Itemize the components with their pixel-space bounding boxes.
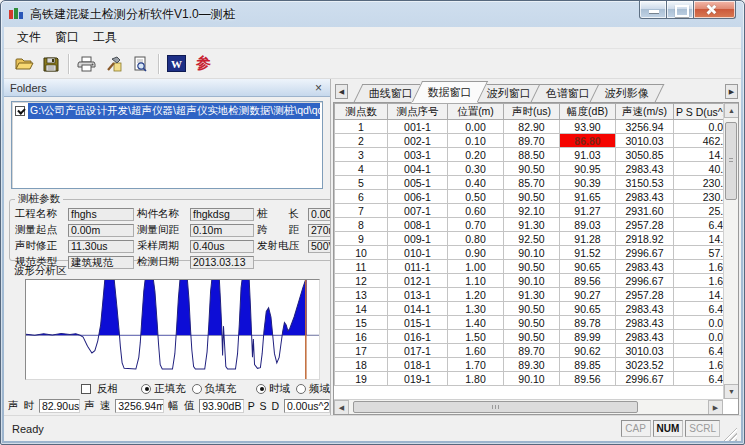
horizontal-scrollbar-track[interactable] <box>642 400 708 414</box>
radio-time-domain[interactable]: 时域 <box>256 382 290 396</box>
table-cell: 0.40 <box>448 176 504 190</box>
tab-wavetrain-image[interactable]: 波列影像 <box>590 84 665 102</box>
table-row[interactable]: 8008-10.7091.3089.032957.286.40 <box>335 218 733 232</box>
horizontal-scrollbar-thumb[interactable] <box>353 401 638 413</box>
table-cell: 1.10 <box>448 274 504 288</box>
table-cell: 016-1 <box>388 330 448 344</box>
table-cell: 90.50 <box>504 330 560 344</box>
table-cell: 014-1 <box>388 302 448 316</box>
radio-icon[interactable] <box>296 384 306 394</box>
table-cell: 19 <box>335 372 388 386</box>
scroll-left-icon[interactable]: ◀ <box>334 400 349 415</box>
table-row[interactable]: 2002-10.1089.7086.803010.03462.4 <box>335 134 733 148</box>
parameter-button[interactable]: 参 <box>190 51 217 76</box>
print-preview-button[interactable] <box>127 51 154 76</box>
export-word-button[interactable]: W <box>163 51 190 76</box>
vertical-scrollbar[interactable]: ▲ ▼ <box>723 103 738 399</box>
menu-item-file[interactable]: 文件 <box>10 27 48 48</box>
radio-negative-fill[interactable]: 负填充 <box>192 382 237 396</box>
save-button[interactable] <box>37 51 64 76</box>
status-text: Ready <box>12 423 44 435</box>
invert-phase-checkbox[interactable]: 反相 <box>80 382 118 396</box>
table-cell: 2983.43 <box>616 330 674 344</box>
table-row[interactable]: 4004-10.3090.5090.952983.4340.0 <box>335 162 733 176</box>
table-row[interactable]: 12012-11.1090.1089.562996.671.60 <box>335 274 733 288</box>
table-row[interactable]: 15015-11.4090.5089.782983.430.00 <box>335 316 733 330</box>
param-label-project-name: 工程名称 <box>15 207 65 221</box>
menu-item-tools[interactable]: 工具 <box>86 27 124 48</box>
word-icon: W <box>167 55 186 72</box>
table-row[interactable]: 5005-10.4085.7090.393150.53230.4 <box>335 176 733 190</box>
radio-icon[interactable] <box>141 384 151 394</box>
file-list[interactable]: G:\公司产品设计开发\超声仪器\超声仪实地检测数据\测桩\qd\qd03\qd… <box>11 101 323 189</box>
vertical-scrollbar-track[interactable] <box>724 204 738 384</box>
maximize-button[interactable] <box>667 1 694 19</box>
table-row[interactable]: 17017-11.6089.7090.623010.036.40 <box>335 344 733 358</box>
radio-negative-fill-label: 负填充 <box>205 382 237 396</box>
folders-panel-header: Folders × <box>4 79 330 97</box>
table-cell: 90.95 <box>560 162 616 176</box>
table-row[interactable]: 11011-11.0090.5090.652983.431.60 <box>335 260 733 274</box>
menu-item-window[interactable]: 窗口 <box>48 27 86 48</box>
minimize-button[interactable] <box>639 1 667 19</box>
report-tool-button[interactable] <box>100 51 127 76</box>
table-cell: 0.80 <box>448 232 504 246</box>
table-row[interactable]: 6006-10.5090.5091.652983.43230.4 <box>335 190 733 204</box>
table-cell: 91.30 <box>504 288 560 302</box>
sound-velocity-field[interactable]: 3256.94m/s <box>115 399 164 413</box>
table-cell: 2983.43 <box>616 190 674 204</box>
desktop-background: 高铁建混凝土检测分析软件V1.0—测桩 文件窗口工具 <box>0 0 745 445</box>
vertical-scrollbar-thumb[interactable] <box>725 122 737 200</box>
radio-positive-fill[interactable]: 正填充 <box>141 382 186 396</box>
open-file-button[interactable] <box>10 51 37 76</box>
titlebar[interactable]: 高铁建混凝土检测分析软件V1.0—测桩 <box>1 1 744 27</box>
tab-scroll-left-button[interactable]: ◀ <box>335 84 348 99</box>
pile-params-grid: 工程名称fhghs构件名称fhgkdsg桩 长0.00m测量起点0.00m测量间… <box>15 207 331 269</box>
close-button[interactable] <box>694 1 736 19</box>
tab-wavetrain-image-label: 波列影像 <box>605 86 649 101</box>
amplitude-field[interactable]: 93.90dB <box>199 399 243 413</box>
close-panel-icon[interactable]: × <box>313 83 324 93</box>
table-row[interactable]: 3003-10.2088.5091.033050.8514.4 <box>335 148 733 162</box>
tab-data-window[interactable]: 数据窗口 <box>412 81 488 102</box>
table-row[interactable]: 10010-10.9090.1091.522996.6757.6 <box>335 246 733 260</box>
radio-icon[interactable] <box>192 384 202 394</box>
table-cell: 90.50 <box>504 162 560 176</box>
radio-icon[interactable] <box>256 384 266 394</box>
print-button[interactable] <box>73 51 100 76</box>
table-row[interactable]: 1001-10.0082.9093.903256.940.00 <box>335 120 733 134</box>
checkbox-icon[interactable] <box>81 384 91 394</box>
table-row[interactable]: 13013-11.2091.3090.272957.2814.4 <box>335 288 733 302</box>
table-row[interactable]: 14014-11.3090.5090.652983.436.40 <box>335 302 733 316</box>
waveform-display[interactable] <box>25 279 320 380</box>
table-cell: 89.70 <box>504 134 560 148</box>
radio-freq-domain[interactable]: 频域 <box>296 382 330 396</box>
tabstrip: ◀ 曲线窗口数据窗口波列窗口色谱窗口波列影像 ▶ <box>333 81 739 103</box>
sound-time-field[interactable]: 82.90us <box>39 399 80 413</box>
tab-curve-window-label: 曲线窗口 <box>369 86 413 101</box>
scroll-right-icon[interactable]: ▶ <box>708 400 723 415</box>
tab-wavetrain-window-label: 波列窗口 <box>487 86 531 101</box>
param-value-project-name: fhghs <box>68 208 134 221</box>
table-cell: 89.78 <box>560 316 616 330</box>
scroll-down-icon[interactable]: ▼ <box>724 384 739 399</box>
table-cell: 11 <box>335 260 388 274</box>
horizontal-scrollbar[interactable]: ◀ ▶ <box>334 399 723 414</box>
table-cell: 3256.94 <box>616 120 674 134</box>
scroll-up-icon[interactable]: ▲ <box>724 103 739 118</box>
table-row[interactable]: 9009-10.8092.5091.282918.9214.4 <box>335 232 733 246</box>
psd-field[interactable]: 0.00us^2/m <box>284 399 330 413</box>
table-cell: 90.65 <box>560 302 616 316</box>
file-list-item[interactable]: G:\公司产品设计开发\超声仪器\超声仪实地检测数据\测桩\qd\qd03\qd… <box>14 104 320 118</box>
data-table: 测点数测点序号位置(m)声时(us)幅度(dB)声速(m/s)P S D(us^… <box>334 103 733 386</box>
tab-scroll-right-button[interactable]: ▶ <box>725 84 738 99</box>
resize-grip[interactable] <box>723 427 737 441</box>
table-row[interactable]: 16016-11.5090.5089.992983.430.00 <box>335 330 733 344</box>
table-row[interactable]: 18018-11.7089.3089.853023.521.60 <box>335 358 733 372</box>
table-row[interactable]: 7007-10.6092.1091.272931.6025.6 <box>335 204 733 218</box>
table-cell: 89.56 <box>560 372 616 386</box>
table-row[interactable]: 19019-11.8090.1089.562996.676.40 <box>335 372 733 386</box>
radio-time-domain-label: 时域 <box>269 382 290 396</box>
file-checkbox-icon[interactable] <box>15 106 25 116</box>
table-cell: 13 <box>335 288 388 302</box>
